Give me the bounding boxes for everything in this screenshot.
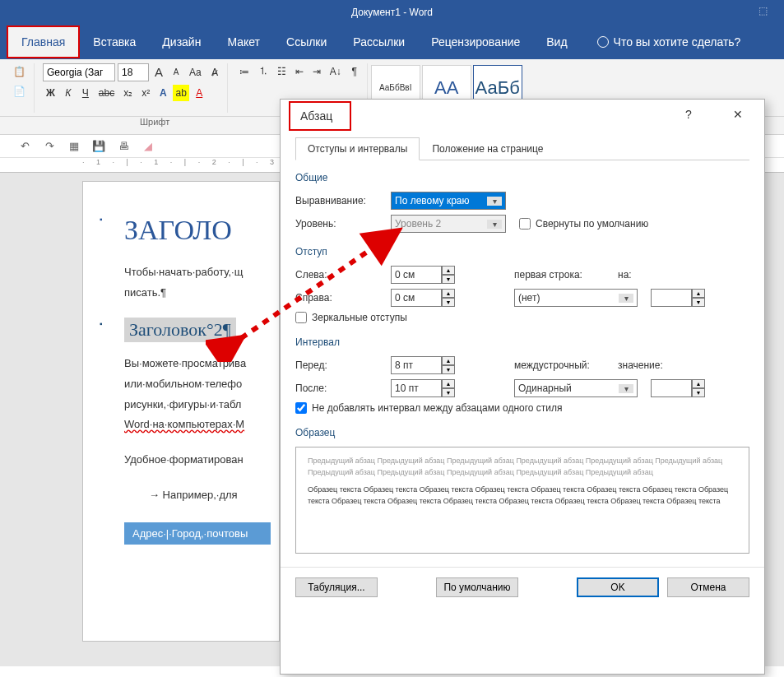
dialog-title: Абзац: [289, 101, 351, 131]
dec-indent-button[interactable]: ⇤: [292, 63, 307, 80]
window-title: Документ1 - Word: [351, 7, 433, 18]
paragraph[interactable]: → Например,·для: [124, 485, 271, 506]
save-button[interactable]: 💾: [90, 138, 107, 155]
font-size-select[interactable]: [118, 63, 149, 81]
font-name-select[interactable]: [43, 63, 115, 81]
tab-layout[interactable]: Макет: [214, 27, 273, 57]
bullets-button[interactable]: ≔: [236, 63, 253, 80]
section-spacing: Интервал: [295, 336, 749, 348]
chevron-down-icon: ▾: [487, 197, 502, 206]
multilevel-button[interactable]: ☷: [274, 63, 290, 80]
help-button[interactable]: ?: [672, 108, 705, 121]
section-indent: Отступ: [295, 246, 749, 257]
by-label: на:: [618, 269, 632, 281]
value-spinner[interactable]: ▲▼: [651, 379, 705, 397]
space-after-spinner[interactable]: 10 пт▲▼: [391, 379, 455, 397]
right-label: Справа:: [295, 292, 378, 304]
after-label: После:: [295, 383, 378, 394]
ok-button[interactable]: OK: [577, 577, 659, 597]
heading-2[interactable]: Заголовок°2¶: [124, 318, 236, 342]
pilcrow-button[interactable]: ¶: [347, 63, 362, 80]
tell-me-label: Что вы хотите сделать?: [614, 35, 741, 49]
font-color-button[interactable]: A: [192, 85, 206, 101]
bold-button[interactable]: Ж: [43, 85, 58, 101]
tell-me[interactable]: Что вы хотите сделать?: [597, 35, 741, 49]
strike-button[interactable]: abc: [95, 85, 118, 101]
paragraph[interactable]: Удобное·форматирован: [124, 450, 271, 471]
line-spacing-label: междустрочный:: [514, 359, 605, 371]
grow-font-button[interactable]: A: [151, 64, 166, 81]
eraser-button[interactable]: ◢: [140, 138, 156, 155]
copy-button[interactable]: 📄: [10, 83, 29, 100]
value-label: значение:: [618, 359, 663, 371]
font-group: A A Aa A̷ Ж К Ч abc x₂ x² A ab A: [38, 63, 228, 113]
bulb-icon: [597, 36, 609, 48]
print-button[interactable]: 🖶: [115, 138, 132, 155]
ribbon-tabs: Главная Вставка Дизайн Макет Ссылки Расс…: [0, 25, 784, 59]
paragraph-dialog: Абзац ? ✕ Отступы и интервалы Положение …: [280, 99, 765, 675]
heading-1[interactable]: ЗАГОЛО: [124, 215, 271, 246]
close-button[interactable]: ✕: [721, 108, 754, 121]
address-bar[interactable]: Адрес·|·Город,·почтовы: [124, 522, 271, 545]
change-case-button[interactable]: Aa: [186, 64, 205, 81]
before-label: Перед:: [295, 359, 378, 371]
superscript-button[interactable]: x²: [138, 85, 153, 101]
tab-view[interactable]: Вид: [533, 27, 580, 57]
italic-button[interactable]: К: [61, 85, 76, 101]
indent-right-spinner[interactable]: 0 см▲▼: [391, 289, 455, 307]
first-line-label: первая строка:: [514, 269, 605, 281]
cancel-button[interactable]: Отмена: [667, 577, 749, 597]
collapse-checkbox[interactable]: Свернуты по умолчанию: [519, 218, 648, 230]
no-space-same-checkbox[interactable]: Не добавлять интервал между абзацами одн…: [295, 402, 749, 414]
tab-home[interactable]: Главная: [7, 26, 80, 58]
default-button[interactable]: По умолчанию: [436, 577, 518, 597]
section-general: Общие: [295, 172, 749, 183]
tab-mailings[interactable]: Рассылки: [340, 27, 418, 57]
window-controls-icon[interactable]: ⬚: [758, 5, 768, 16]
subscript-button[interactable]: x₂: [120, 85, 136, 101]
highlight-button[interactable]: ab: [173, 85, 189, 101]
tab-references[interactable]: Ссылки: [273, 27, 340, 57]
numbering-button[interactable]: ⒈: [255, 63, 271, 80]
undo-button[interactable]: ↶: [16, 138, 33, 155]
tabs-button[interactable]: Табуляция...: [295, 577, 378, 597]
sort-button[interactable]: A↓: [327, 63, 345, 80]
clear-format-button[interactable]: A̷: [207, 64, 222, 81]
preview-box: Предыдущий абзац Предыдущий абзац Предыд…: [295, 447, 749, 554]
paragraph[interactable]: Чтобы·начать·работу,·щписать.¶: [124, 262, 271, 303]
paste-button[interactable]: 📋: [10, 63, 29, 80]
level-label: Уровень:: [295, 218, 378, 230]
level-select[interactable]: Уровень 2▾: [391, 215, 506, 233]
mirror-checkbox[interactable]: Зеркальные отступы: [295, 312, 749, 323]
tab-page-position[interactable]: Положение на странице: [420, 137, 555, 160]
align-label: Выравнивание:: [295, 195, 378, 206]
space-before-spinner[interactable]: 8 пт▲▼: [391, 356, 455, 374]
dialog-buttons: Табуляция... По умолчанию OK Отмена: [281, 567, 764, 607]
table-button[interactable]: ▦: [66, 138, 82, 155]
tab-design[interactable]: Дизайн: [149, 27, 214, 57]
indent-left-spinner[interactable]: 0 см▲▼: [391, 266, 455, 284]
inc-indent-button[interactable]: ⇥: [309, 63, 324, 80]
tab-review[interactable]: Рецензирование: [418, 27, 533, 57]
clipboard-group: 📋 📄: [5, 63, 35, 113]
first-line-select[interactable]: (нет)▾: [514, 289, 638, 307]
dialog-tabs: Отступы и интервалы Положение на страниц…: [295, 137, 749, 160]
section-preview: Образец: [295, 427, 749, 438]
line-spacing-select[interactable]: Одинарный▾: [514, 379, 638, 397]
alignment-select[interactable]: По левому краю▾: [391, 192, 506, 210]
tab-indent-spacing[interactable]: Отступы и интервалы: [295, 137, 420, 160]
text-effects-button[interactable]: A: [155, 85, 170, 101]
paragraph[interactable]: Вы·можете·просматрива или·мобильном·теле…: [124, 354, 271, 435]
left-label: Слева:: [295, 269, 378, 281]
chevron-down-icon: ▾: [619, 294, 633, 303]
shrink-font-button[interactable]: A: [169, 64, 183, 81]
title-bar: Документ1 - Word ⬚: [0, 0, 784, 25]
redo-button[interactable]: ↷: [41, 138, 58, 155]
page[interactable]: ЗАГОЛО Чтобы·начать·работу,·щписать.¶ За…: [82, 181, 280, 642]
chevron-down-icon: ▾: [619, 384, 633, 393]
underline-button[interactable]: Ч: [78, 85, 93, 101]
by-spinner[interactable]: ▲▼: [651, 289, 705, 307]
tab-insert[interactable]: Вставка: [80, 27, 149, 57]
chevron-down-icon: ▾: [487, 220, 502, 229]
